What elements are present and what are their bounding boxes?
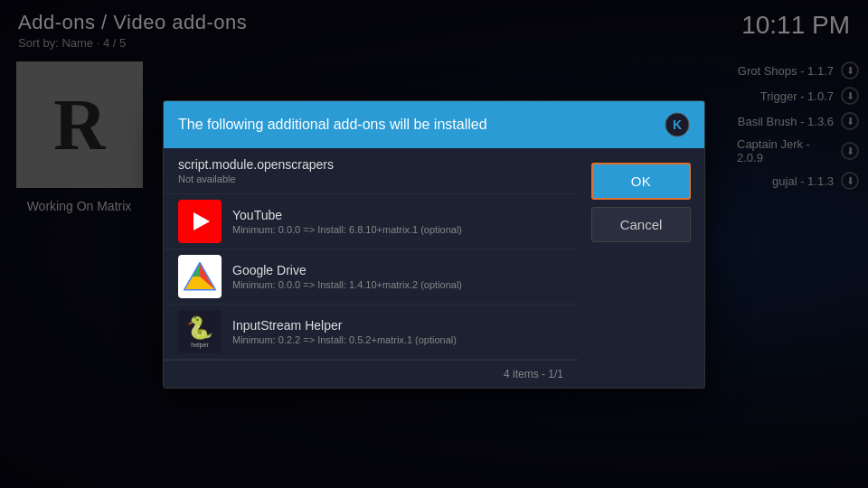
addon-title: Google Drive [232, 263, 563, 277]
modal-body: script.module.openscrapers Not available… [164, 148, 704, 388]
addon-info-inputstream: InputStream Helper Minimum: 0.2.2 => Ins… [232, 318, 563, 345]
addon-desc: Minimum: 0.2.2 => Install: 0.5.2+matrix.… [232, 334, 563, 345]
play-icon [193, 212, 210, 230]
addon-row-gdrive: Google Drive Minimum: 0.0.0 => Install: … [164, 249, 578, 305]
ok-button[interactable]: OK [591, 163, 691, 200]
modal-dialog: The following additional add-ons will be… [163, 100, 705, 389]
addon-row-youtube: YouTube Minimum: 0.0.0 => Install: 6.8.1… [164, 194, 578, 249]
svg-text:K: K [673, 117, 682, 132]
addon-row-inputstream: 🐍 helper InputStream Helper Minimum: 0.2… [164, 305, 578, 360]
script-module-status: Not available [178, 174, 563, 184]
gdrive-icon [178, 255, 222, 298]
addon-desc: Minimum: 0.0.0 => Install: 6.8.10+matrix… [232, 224, 563, 235]
modal-overlay: The following additional add-ons will be… [0, 0, 868, 488]
cancel-button[interactable]: Cancel [591, 207, 691, 242]
script-module-name: script.module.openscrapers [178, 157, 563, 172]
modal-header: The following additional add-ons will be… [164, 101, 704, 148]
items-count: 4 items - 1/1 [164, 360, 578, 388]
addon-title: YouTube [232, 208, 563, 222]
kodi-logo-icon: K [665, 112, 690, 137]
inputstream-icon: 🐍 helper [178, 310, 222, 353]
addon-info-youtube: YouTube Minimum: 0.0.0 => Install: 6.8.1… [232, 208, 563, 235]
modal-actions: OK Cancel [578, 148, 704, 388]
modal-title: The following additional add-ons will be… [178, 117, 487, 133]
addon-info-gdrive: Google Drive Minimum: 0.0.0 => Install: … [232, 263, 563, 290]
addon-title: InputStream Helper [232, 318, 563, 333]
addon-desc: Minimum: 0.0.0 => Install: 1.4.10+matrix… [232, 279, 563, 290]
script-module-row: script.module.openscrapers Not available [164, 148, 578, 194]
youtube-icon [178, 200, 222, 243]
modal-list-container: script.module.openscrapers Not available… [164, 148, 578, 388]
